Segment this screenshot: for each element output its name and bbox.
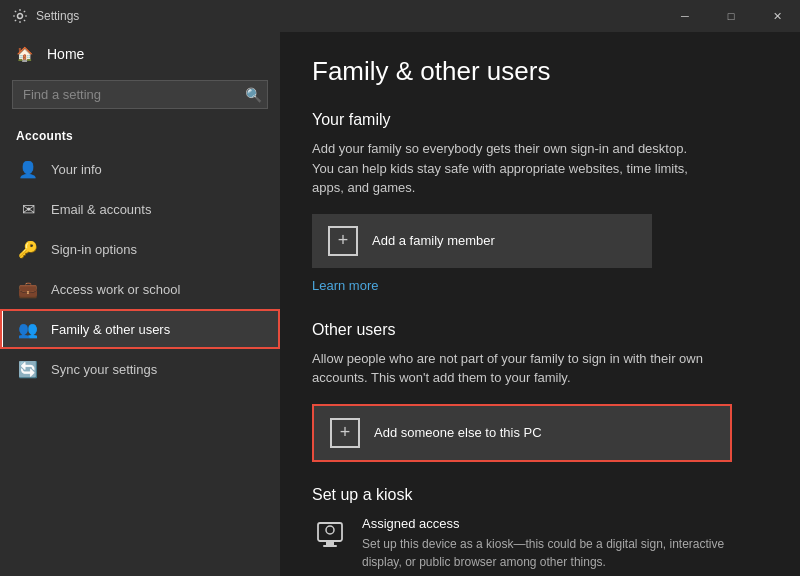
search-input[interactable] bbox=[12, 80, 268, 109]
sync-settings-icon: 🔄 bbox=[19, 360, 37, 378]
sidebar-item-family-users-label: Family & other users bbox=[51, 322, 170, 337]
sidebar-item-sign-in-label: Sign-in options bbox=[51, 242, 137, 257]
sign-in-icon: 🔑 bbox=[19, 240, 37, 258]
family-description: Add your family so everybody gets their … bbox=[312, 139, 712, 198]
home-label: Home bbox=[47, 46, 84, 62]
sidebar-item-work-school-label: Access work or school bbox=[51, 282, 180, 297]
sidebar-item-family-users[interactable]: 👥 Family & other users bbox=[0, 309, 280, 349]
svg-rect-2 bbox=[326, 541, 334, 545]
sidebar-home-button[interactable]: 🏠 Home bbox=[0, 32, 280, 76]
svg-rect-3 bbox=[323, 545, 337, 547]
sidebar-item-email-accounts-label: Email & accounts bbox=[51, 202, 151, 217]
other-users-description: Allow people who are not part of your fa… bbox=[312, 349, 712, 388]
assigned-access-row: Assigned access Set up this device as a … bbox=[312, 516, 768, 571]
your-info-icon: 👤 bbox=[19, 160, 37, 178]
add-someone-button[interactable]: + Add someone else to this PC bbox=[312, 404, 732, 462]
kiosk-icon bbox=[312, 518, 348, 554]
home-icon: 🏠 bbox=[16, 46, 33, 62]
titlebar-title: Settings bbox=[36, 9, 79, 23]
sidebar-item-sign-in[interactable]: 🔑 Sign-in options bbox=[0, 229, 280, 269]
sidebar-section-title: Accounts bbox=[0, 121, 280, 149]
kiosk-section: Set up a kiosk Assigned access Set up th… bbox=[312, 486, 768, 571]
assigned-access-label: Assigned access bbox=[362, 516, 732, 531]
kiosk-heading: Set up a kiosk bbox=[312, 486, 768, 504]
minimize-button[interactable]: ─ bbox=[662, 0, 708, 32]
maximize-button[interactable]: □ bbox=[708, 0, 754, 32]
assigned-access-desc: Set up this device as a kiosk—this could… bbox=[362, 535, 732, 571]
sidebar-item-your-info[interactable]: 👤 Your info bbox=[0, 149, 280, 189]
family-section: Your family Add your family so everybody… bbox=[312, 111, 768, 321]
content-area: Family & other users Your family Add you… bbox=[280, 32, 800, 576]
page-title: Family & other users bbox=[312, 56, 768, 87]
family-heading: Your family bbox=[312, 111, 768, 129]
sidebar: 🏠 Home 🔍 Accounts 👤 Your info ✉ Email & … bbox=[0, 32, 280, 576]
sidebar-item-sync-settings-label: Sync your settings bbox=[51, 362, 157, 377]
svg-point-4 bbox=[326, 526, 334, 534]
other-users-section: Other users Allow people who are not par… bbox=[312, 321, 768, 462]
add-someone-label: Add someone else to this PC bbox=[374, 425, 542, 440]
learn-more-link[interactable]: Learn more bbox=[312, 278, 378, 293]
sidebar-item-sync-settings[interactable]: 🔄 Sync your settings bbox=[0, 349, 280, 389]
titlebar-left: Settings bbox=[12, 8, 79, 24]
sidebar-item-work-school[interactable]: 💼 Access work or school bbox=[0, 269, 280, 309]
work-school-icon: 💼 bbox=[19, 280, 37, 298]
email-accounts-icon: ✉ bbox=[19, 200, 37, 218]
family-users-icon: 👥 bbox=[19, 320, 37, 338]
svg-point-0 bbox=[18, 14, 23, 19]
add-family-member-label: Add a family member bbox=[372, 233, 495, 248]
kiosk-text: Assigned access Set up this device as a … bbox=[362, 516, 732, 571]
sidebar-item-email-accounts[interactable]: ✉ Email & accounts bbox=[0, 189, 280, 229]
add-someone-icon: + bbox=[330, 418, 360, 448]
titlebar-controls: ─ □ ✕ bbox=[662, 0, 800, 32]
titlebar: Settings ─ □ ✕ bbox=[0, 0, 800, 32]
sidebar-search-container: 🔍 bbox=[12, 80, 268, 109]
close-button[interactable]: ✕ bbox=[754, 0, 800, 32]
add-family-member-button[interactable]: + Add a family member bbox=[312, 214, 652, 268]
add-family-icon: + bbox=[328, 226, 358, 256]
sidebar-item-your-info-label: Your info bbox=[51, 162, 102, 177]
app-body: 🏠 Home 🔍 Accounts 👤 Your info ✉ Email & … bbox=[0, 32, 800, 576]
other-users-heading: Other users bbox=[312, 321, 768, 339]
settings-icon bbox=[12, 8, 28, 24]
search-icon: 🔍 bbox=[245, 87, 262, 103]
